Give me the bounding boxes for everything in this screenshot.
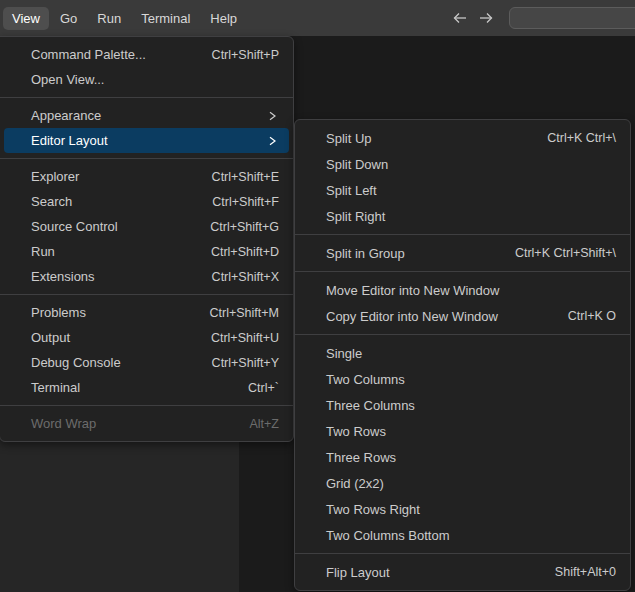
menu-separator xyxy=(0,97,293,98)
menubar-item-view[interactable]: View xyxy=(3,7,49,30)
menu-item-label: Split Right xyxy=(326,209,385,224)
menu-item-label: Two Rows Right xyxy=(326,502,420,517)
menu-item-two-columns-bottom[interactable]: Two Columns Bottom xyxy=(299,522,626,548)
menu-item-two-columns[interactable]: Two Columns xyxy=(299,366,626,392)
menu-item-shortcut: Ctrl+K Ctrl+Shift+\ xyxy=(515,246,616,260)
menu-item-label: Split Down xyxy=(326,157,388,172)
menu-item-move-editor-into-new-window[interactable]: Move Editor into New Window xyxy=(299,277,626,303)
menu-item-copy-editor-into-new-window[interactable]: Copy Editor into New WindowCtrl+K O xyxy=(299,303,626,329)
menu-item-shortcut: Ctrl+Shift+M xyxy=(210,306,279,320)
menu-item-terminal[interactable]: TerminalCtrl+` xyxy=(4,375,289,400)
menu-item-run[interactable]: RunCtrl+Shift+D xyxy=(4,239,289,264)
menu-item-label: Move Editor into New Window xyxy=(326,283,499,298)
menu-item-label: Run xyxy=(31,244,55,259)
menu-item-shortcut: Ctrl+` xyxy=(248,381,279,395)
menu-item-command-palette[interactable]: Command Palette...Ctrl+Shift+P xyxy=(4,42,289,67)
menu-item-extensions[interactable]: ExtensionsCtrl+Shift+X xyxy=(4,264,289,289)
menu-item-problems[interactable]: ProblemsCtrl+Shift+M xyxy=(4,300,289,325)
titlebar-navigation xyxy=(449,7,635,29)
menu-item-output[interactable]: OutputCtrl+Shift+U xyxy=(4,325,289,350)
menu-item-two-rows-right[interactable]: Two Rows Right xyxy=(299,496,626,522)
menu-item-split-in-group[interactable]: Split in GroupCtrl+K Ctrl+Shift+\ xyxy=(299,240,626,266)
menu-item-label: Split in Group xyxy=(326,246,405,261)
menu-item-single[interactable]: Single xyxy=(299,340,626,366)
menu-item-split-down[interactable]: Split Down xyxy=(299,151,626,177)
titlebar: ViewGoRunTerminalHelp xyxy=(0,0,635,36)
forward-arrow-icon[interactable] xyxy=(475,7,497,29)
menu-separator xyxy=(0,294,293,295)
menu-item-label: Grid (2x2) xyxy=(326,476,384,491)
menu-item-label: Single xyxy=(326,346,362,361)
menu-item-label: Explorer xyxy=(31,169,79,184)
menu-item-split-up[interactable]: Split UpCtrl+K Ctrl+\ xyxy=(299,125,626,151)
menubar: ViewGoRunTerminalHelp xyxy=(2,0,247,36)
menu-item-label: Split Up xyxy=(326,131,372,146)
menu-item-three-rows[interactable]: Three Rows xyxy=(299,444,626,470)
menu-item-label: Extensions xyxy=(31,269,95,284)
command-center-input[interactable] xyxy=(509,7,635,29)
menu-item-source-control[interactable]: Source ControlCtrl+Shift+G xyxy=(4,214,289,239)
menubar-item-go[interactable]: Go xyxy=(51,7,86,30)
menu-item-shortcut: Ctrl+K O xyxy=(568,309,616,323)
menu-item-shortcut: Ctrl+Shift+G xyxy=(210,220,279,234)
back-arrow-icon[interactable] xyxy=(449,7,471,29)
menu-item-label: Source Control xyxy=(31,219,118,234)
menu-item-label: Word Wrap xyxy=(31,416,96,431)
menu-item-split-right[interactable]: Split Right xyxy=(299,203,626,229)
menu-item-shortcut: Ctrl+K Ctrl+\ xyxy=(547,131,616,145)
menu-item-explorer[interactable]: ExplorerCtrl+Shift+E xyxy=(4,164,289,189)
menu-item-open-view[interactable]: Open View... xyxy=(4,67,289,92)
menu-item-label: Three Rows xyxy=(326,450,396,465)
menu-item-label: Editor Layout xyxy=(31,133,108,148)
menu-separator xyxy=(295,234,630,235)
menu-item-label: Two Columns Bottom xyxy=(326,528,450,543)
menu-item-label: Three Columns xyxy=(326,398,415,413)
menu-item-shortcut: Ctrl+Shift+X xyxy=(212,270,279,284)
menu-separator xyxy=(295,553,630,554)
menu-item-flip-layout[interactable]: Flip LayoutShift+Alt+0 xyxy=(299,559,626,585)
menu-item-label: Two Rows xyxy=(326,424,386,439)
menu-item-grid-2x2[interactable]: Grid (2x2) xyxy=(299,470,626,496)
menu-item-appearance[interactable]: Appearance xyxy=(4,103,289,128)
menubar-item-run[interactable]: Run xyxy=(88,7,130,30)
menu-item-label: Open View... xyxy=(31,72,104,87)
editor-layout-submenu: Split UpCtrl+K Ctrl+\Split DownSplit Lef… xyxy=(294,119,631,591)
chevron-right-icon xyxy=(265,134,279,148)
menu-item-split-left[interactable]: Split Left xyxy=(299,177,626,203)
menu-item-shortcut: Shift+Alt+0 xyxy=(555,565,616,579)
menu-item-label: Terminal xyxy=(31,380,80,395)
menu-item-label: Debug Console xyxy=(31,355,121,370)
menu-item-label: Two Columns xyxy=(326,372,405,387)
menu-item-word-wrap: Word WrapAlt+Z xyxy=(4,411,289,436)
menubar-item-help[interactable]: Help xyxy=(201,7,246,30)
view-menu: Command Palette...Ctrl+Shift+POpen View.… xyxy=(0,36,294,442)
menu-item-shortcut: Ctrl+Shift+P xyxy=(212,48,279,62)
menu-item-label: Copy Editor into New Window xyxy=(326,309,498,324)
menu-item-shortcut: Ctrl+Shift+F xyxy=(212,195,279,209)
menu-item-editor-layout[interactable]: Editor Layout xyxy=(4,128,289,153)
menu-item-debug-console[interactable]: Debug ConsoleCtrl+Shift+Y xyxy=(4,350,289,375)
menu-item-label: Problems xyxy=(31,305,86,320)
menu-separator xyxy=(295,271,630,272)
menubar-item-terminal[interactable]: Terminal xyxy=(132,7,199,30)
menu-item-shortcut: Ctrl+Shift+Y xyxy=(212,356,279,370)
menu-item-label: Appearance xyxy=(31,108,101,123)
menu-item-three-columns[interactable]: Three Columns xyxy=(299,392,626,418)
menu-item-shortcut: Ctrl+Shift+D xyxy=(211,245,279,259)
menu-item-label: Split Left xyxy=(326,183,377,198)
menu-item-label: Output xyxy=(31,330,70,345)
chevron-right-icon xyxy=(265,109,279,123)
menu-item-shortcut: Ctrl+Shift+U xyxy=(211,331,279,345)
menu-separator xyxy=(0,158,293,159)
menu-item-search[interactable]: SearchCtrl+Shift+F xyxy=(4,189,289,214)
menu-separator xyxy=(295,334,630,335)
menu-item-two-rows[interactable]: Two Rows xyxy=(299,418,626,444)
menu-item-label: Search xyxy=(31,194,72,209)
menu-separator xyxy=(0,405,293,406)
menu-item-shortcut: Ctrl+Shift+E xyxy=(212,170,279,184)
menu-item-shortcut: Alt+Z xyxy=(249,417,279,431)
menu-item-label: Command Palette... xyxy=(31,47,146,62)
menu-item-label: Flip Layout xyxy=(326,565,390,580)
